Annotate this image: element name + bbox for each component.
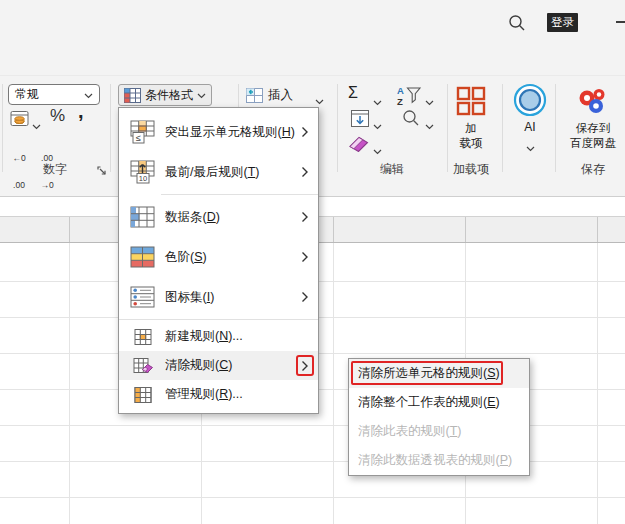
grid-line [0, 497, 625, 498]
submenu-item-clear-entire-sheet-rules[interactable]: 清除整个工作表的规则(E) [349, 388, 529, 417]
chevron-right-icon [296, 162, 314, 183]
menu-item-top-bottom-rules[interactable]: 10最前/最后规则(T) [119, 152, 318, 192]
menu-item-manage-rules[interactable]: 管理规则(R)... [119, 380, 318, 409]
conditional-formatting-button[interactable]: 条件格式 [118, 84, 212, 106]
submenu-item-label: 清除所选单元格的规则(S) [358, 365, 500, 382]
menu-item-label: 最前/最后规则(T) [159, 164, 296, 181]
search-icon[interactable] [505, 11, 529, 35]
chevron-right-icon [296, 207, 314, 228]
data-bars-icon [127, 205, 159, 229]
column-header-divider [597, 217, 598, 242]
accounting-format-button[interactable] [10, 110, 30, 132]
chevron-right-icon [296, 122, 314, 143]
menu-item-new-rule[interactable]: 新建规则(N)... [119, 322, 318, 351]
grid-line [333, 243, 334, 524]
menu-separator [119, 319, 318, 320]
chevron-down-icon[interactable] [373, 141, 382, 159]
menu-separator [161, 194, 318, 195]
addins-group-label: 加载项 [440, 161, 502, 178]
grid-line [0, 461, 625, 462]
menu-item-clear-rules[interactable]: 清除规则(C) [119, 351, 318, 380]
column-header-divider [69, 217, 70, 242]
save-netdisk-button-label[interactable]: 百度网盘 [565, 136, 621, 151]
grid-line [69, 243, 70, 524]
menu-item-label: 突出显示单元格规则(H) [159, 124, 296, 141]
menu-item-label: 清除规则(C) [159, 357, 296, 374]
fill-down-icon[interactable] [351, 110, 369, 131]
conditional-formatting-menu: ≤突出显示单元格规则(H)10最前/最后规则(T)数据条(D)色阶(S)图标集(… [118, 107, 319, 414]
chevron-down-icon[interactable] [32, 116, 41, 134]
group-separator [337, 84, 338, 172]
submenu-item-clear-selected-cells-rules[interactable]: 清除所选单元格的规则(S) [349, 359, 529, 388]
number-format-value: 常规 [15, 86, 39, 103]
insert-cells-icon [246, 88, 263, 103]
chevron-right-icon [296, 247, 314, 268]
conditional-format-icon [124, 88, 141, 103]
minimize-icon[interactable] [616, 21, 625, 23]
grid-line [597, 243, 598, 524]
eraser-icon[interactable] [348, 135, 370, 156]
menu-item-highlight-cells-rules[interactable]: ≤突出显示单元格规则(H) [119, 112, 318, 152]
group-separator [2, 84, 3, 172]
clear-rules-icon [127, 357, 159, 375]
chevron-down-icon [197, 88, 206, 102]
column-header-divider [333, 217, 334, 242]
save-group-label: 保存 [564, 161, 622, 178]
submenu-item-label: 清除整个工作表的规则(E) [358, 394, 500, 411]
chevron-down-icon[interactable] [425, 116, 434, 134]
titlebar-divider [0, 75, 625, 76]
menu-item-icon-sets[interactable]: 图标集(I) [119, 277, 318, 317]
submenu-item-clear-this-table-rules: 清除此表的规则(T) [349, 417, 529, 446]
chevron-down-icon[interactable] [373, 92, 382, 110]
chevron-down-icon[interactable] [373, 116, 382, 134]
icon-sets-icon [127, 285, 159, 309]
ai-button-label[interactable]: AI [517, 120, 543, 134]
svg-text:≤: ≤ [136, 133, 141, 143]
menu-item-color-scales[interactable]: 色阶(S) [119, 237, 318, 277]
menu-item-label: 数据条(D) [159, 209, 296, 226]
chevron-right-icon [296, 287, 314, 308]
number-group-label: 数字 [15, 161, 95, 178]
group-separator [502, 84, 503, 172]
chevron-down-icon [84, 88, 93, 102]
menu-item-label: 新建规则(N)... [159, 328, 314, 345]
group-separator [555, 84, 556, 172]
new-rule-icon [127, 328, 159, 346]
percent-style-button[interactable]: % [50, 106, 65, 126]
menu-item-label: 图标集(I) [159, 289, 296, 306]
menu-item-data-bars[interactable]: 数据条(D) [119, 197, 318, 237]
svg-text:Z: Z [397, 96, 403, 107]
grid-line [0, 425, 625, 426]
svg-text:10: 10 [139, 174, 147, 183]
edit-group-label: 编辑 [352, 161, 432, 178]
menu-item-label: 色阶(S) [159, 249, 296, 266]
autosum-button[interactable]: Σ [348, 84, 358, 102]
chevron-down-icon[interactable] [425, 92, 434, 110]
app-window: 登录 常规 % , ←0 .00 .00 →0 数字 条 [0, 0, 625, 524]
addins-button-label[interactable]: 载项 [448, 136, 494, 151]
svg-text:A: A [397, 85, 404, 96]
submenu-item-label: 清除此数据透视表的规则(P) [358, 452, 512, 469]
save-netdisk-button-label[interactable]: 保存到 [572, 121, 614, 136]
submenu-item-clear-this-pivottable-rules: 清除此数据透视表的规则(P) [349, 446, 529, 475]
manage-rules-icon [127, 386, 159, 404]
group-separator [447, 84, 448, 172]
dialog-launcher-icon[interactable] [97, 162, 107, 172]
submenu-item-label: 清除此表的规则(T) [358, 423, 461, 440]
find-icon[interactable] [402, 109, 420, 131]
sort-filter-icon[interactable]: AZ [394, 84, 422, 111]
chevron-down-icon[interactable] [526, 138, 535, 156]
ai-icon[interactable] [513, 83, 547, 121]
addins-button-label[interactable]: 加 [455, 121, 487, 136]
login-button[interactable]: 登录 [547, 13, 578, 32]
baidu-netdisk-icon[interactable] [577, 84, 609, 120]
group-separator [110, 84, 111, 172]
top-bottom-rules-icon: 10 [127, 160, 159, 184]
addins-icon[interactable] [455, 85, 487, 121]
clear-rules-submenu: 清除所选单元格的规则(S)清除整个工作表的规则(E)清除此表的规则(T)清除此数… [348, 358, 530, 476]
number-format-combobox[interactable]: 常规 [8, 84, 100, 105]
menu-item-label: 管理规则(R)... [159, 386, 314, 403]
comma-style-button[interactable]: , [78, 100, 84, 123]
annotated-chevron-right-icon [296, 355, 314, 376]
insert-cells-button[interactable]: 插入 [246, 85, 293, 105]
